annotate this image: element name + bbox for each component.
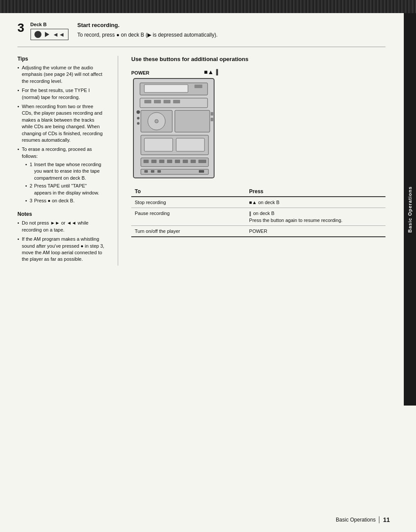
page: Basic Operations 3 Deck B ◄◄ [0, 0, 416, 532]
svg-point-14 [155, 119, 158, 123]
svg-rect-31 [144, 170, 148, 173]
device-icons-label: ■▲ ‖ [204, 68, 218, 75]
svg-rect-28 [191, 160, 196, 163]
device-diagram [131, 76, 218, 181]
page-footer: Basic Operations 11 [336, 516, 390, 523]
tip-item-2: For the best results, use TYPE I (normal… [17, 87, 105, 101]
table-row-3: Turn on/off the player POWER [131, 226, 385, 237]
device-labels: POWER ■▲ ‖ [131, 68, 218, 75]
sidebar-label: Basic Operations [407, 186, 413, 232]
deck-label: Deck B [31, 22, 69, 27]
tip-item-1: Adjusting the volume or the audio emphas… [17, 65, 105, 85]
svg-rect-34 [199, 170, 204, 173]
svg-rect-27 [183, 160, 188, 163]
power-label: POWER [131, 70, 150, 75]
footer-label: Basic Operations [336, 517, 375, 523]
right-sidebar: Basic Operations [404, 13, 416, 406]
step-number: 3 [17, 22, 24, 34]
svg-rect-3 [194, 85, 202, 88]
notes-list: Do not press ►► or ◄◄ while recording on… [17, 220, 105, 263]
svg-rect-29 [198, 160, 206, 163]
tips-section: Tips Adjusting the volume or the audio e… [17, 56, 105, 204]
svg-point-9 [136, 110, 140, 114]
svg-rect-17 [211, 118, 213, 121]
svg-rect-23 [151, 160, 157, 163]
start-recording-text: Start recording. [77, 22, 385, 28]
tip-item-4: To erase a recording, proceed as follows… [17, 146, 105, 204]
instructions-text: To record, press ● on deck B (▶ is depre… [77, 31, 385, 39]
right-column: Use these buttons for additional operati… [131, 56, 385, 266]
left-column: Tips Adjusting the volume or the audio e… [17, 56, 105, 266]
svg-rect-24 [159, 160, 164, 163]
svg-rect-25 [167, 160, 172, 163]
action-3: Turn on/off the player [131, 226, 246, 237]
svg-rect-21 [141, 158, 208, 167]
tip-item-3: When recording from two or three CDs, th… [17, 103, 105, 143]
top-header [0, 0, 416, 13]
svg-rect-2 [144, 85, 188, 92]
notes-title: Notes [17, 211, 105, 217]
ops-heading: Use these buttons for additional operati… [131, 56, 385, 62]
svg-rect-19 [144, 138, 173, 151]
step3-section: 3 Deck B ◄◄ Start recording. To record, … [17, 22, 385, 47]
svg-rect-20 [176, 138, 205, 151]
erase-step-2: 2Press TAPE until "TAPE" appears in the … [25, 183, 105, 196]
action-2: Pause recording [131, 208, 246, 226]
svg-rect-15 [175, 110, 210, 132]
svg-rect-32 [151, 170, 154, 173]
press-2: ‖ on deck B Press the button again to re… [246, 208, 385, 226]
note-item-1: Do not press ►► or ◄◄ while recording on… [17, 220, 105, 233]
tips-title: Tips [17, 56, 105, 62]
svg-point-11 [137, 122, 140, 125]
step-text: Start recording. To record, press ● on d… [77, 22, 385, 39]
press-3: POWER [246, 226, 385, 237]
svg-rect-7 [164, 100, 170, 103]
deck-controls: ◄◄ [31, 29, 69, 40]
page-number: 11 [383, 516, 390, 523]
tips-list: Adjusting the volume or the audio emphas… [17, 65, 105, 204]
note-item-2: If the AM program makes a whistling soun… [17, 236, 105, 263]
col-divider [118, 56, 118, 266]
ops-table: To Press Stop recording ■▲ on deck B Pau… [131, 187, 385, 237]
two-col-layout: Tips Adjusting the volume or the audio e… [17, 56, 385, 266]
footer-divider [379, 516, 379, 523]
svg-rect-8 [173, 100, 180, 103]
record-button-icon[interactable] [34, 31, 41, 38]
erase-step-3: 3Press ● on deck B. [25, 198, 105, 204]
table-row-2: Pause recording ‖ on deck B Press the bu… [131, 208, 385, 226]
svg-rect-6 [154, 100, 161, 103]
rewind-button-icon[interactable]: ◄◄ [53, 31, 65, 38]
svg-rect-26 [175, 160, 180, 163]
svg-rect-16 [211, 112, 213, 116]
press-1: ■▲ on deck B [246, 197, 385, 208]
play-button-icon[interactable] [45, 32, 49, 37]
svg-point-10 [137, 117, 140, 119]
table-row-1: Stop recording ■▲ on deck B [131, 197, 385, 208]
svg-rect-22 [143, 160, 149, 163]
svg-rect-33 [157, 170, 161, 173]
col1-header: To [131, 187, 246, 197]
col2-header: Press [246, 187, 385, 197]
erase-step-1: 1Insert the tape whose recording you wan… [25, 161, 105, 181]
svg-rect-5 [144, 100, 151, 103]
action-1: Stop recording [131, 197, 246, 208]
main-content: 3 Deck B ◄◄ Start recording. To record, … [0, 13, 403, 274]
notes-section: Notes Do not press ►► or ◄◄ while record… [17, 211, 105, 263]
